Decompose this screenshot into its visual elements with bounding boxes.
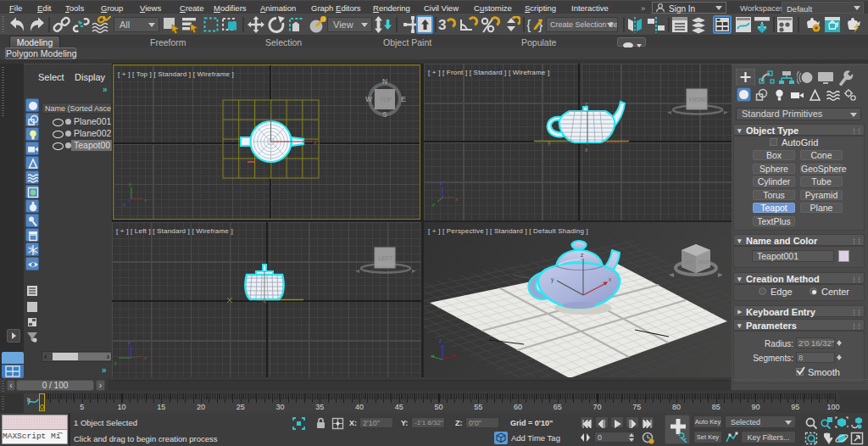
svg-text:y: y	[431, 202, 436, 207]
svg-text:FRONT: FRONT	[698, 260, 711, 265]
svg-text:TOP: TOP	[380, 97, 392, 103]
svg-text:y: y	[114, 360, 118, 365]
svg-text:z: z	[127, 340, 131, 345]
svg-text:y: y	[548, 139, 551, 146]
svg-text:3: 3	[438, 17, 446, 33]
svg-text:z: z	[122, 202, 125, 207]
svg-text:N: N	[382, 77, 387, 86]
svg-text:LEFT: LEFT	[684, 260, 693, 265]
svg-text:x: x	[143, 355, 147, 360]
svg-text:z: z	[585, 101, 588, 107]
svg-text:z: z	[438, 337, 442, 343]
svg-text:z: z	[439, 181, 442, 186]
svg-text:LEFT: LEFT	[379, 255, 392, 261]
svg-text:FRONT: FRONT	[689, 97, 708, 103]
svg-text:x: x	[143, 198, 147, 203]
svg-text:{: {	[527, 18, 531, 32]
svg-text:W: W	[365, 95, 373, 103]
svg-text:x: x	[454, 197, 459, 202]
svg-text:x: x	[585, 147, 588, 153]
svg-text:z: z	[581, 252, 583, 258]
svg-text:E: E	[401, 95, 406, 103]
svg-text:S: S	[382, 110, 387, 119]
svg-text:x: x	[313, 139, 317, 145]
svg-text:y: y	[128, 181, 132, 187]
